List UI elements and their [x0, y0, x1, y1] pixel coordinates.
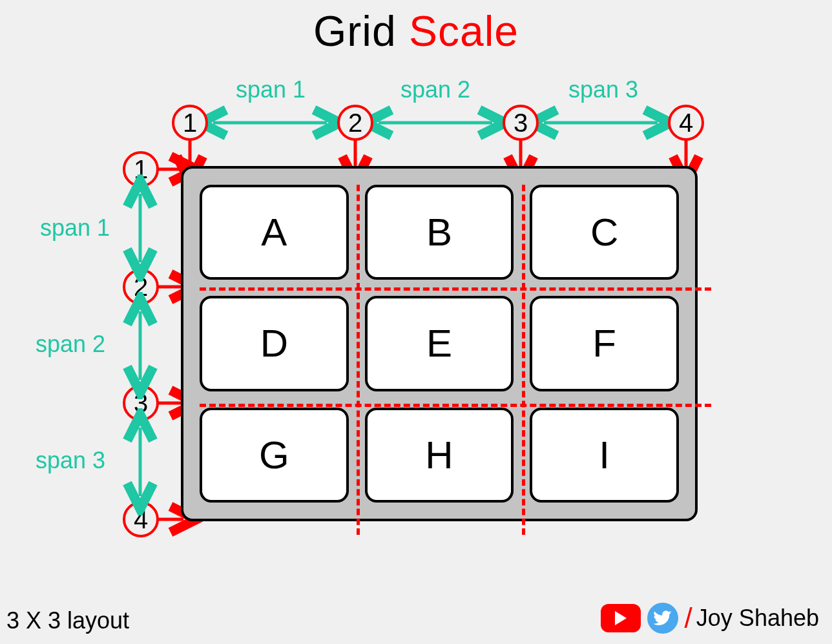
row-span-label-1: span 1 [40, 214, 110, 242]
row-span-arrow-2 [134, 306, 147, 385]
grid-cell-h: H [365, 408, 514, 503]
row-line-number-3: 3 [123, 385, 159, 421]
diagram-canvas: Grid Scale span 1 span 2 span 3 1 2 3 4 … [0, 0, 832, 644]
page-title: Grid Scale [0, 6, 832, 56]
title-word-1: Grid [313, 7, 397, 55]
twitter-icon [647, 603, 678, 634]
col-line-number-1: 1 [172, 105, 208, 141]
youtube-icon [601, 604, 641, 632]
grid-cell-e: E [365, 296, 514, 391]
grid-cell-d: D [200, 296, 349, 391]
col-span-arrow-1 [207, 116, 333, 129]
grid-cell-f: F [530, 296, 679, 391]
col-span-arrow-2 [372, 116, 499, 129]
row-span-label-3: span 3 [36, 447, 105, 474]
grid-cell-i: I [530, 408, 679, 503]
col-span-label-3: span 3 [568, 76, 638, 103]
row-span-label-2: span 2 [36, 331, 105, 358]
col-span-label-1: span 1 [236, 76, 306, 103]
col-line-number-3: 3 [503, 105, 539, 141]
col-line-number-4: 4 [668, 105, 704, 141]
row-line-number-1: 1 [123, 151, 159, 187]
row-line-number-2: 2 [123, 269, 159, 305]
col-line-number-2: 2 [337, 105, 373, 141]
row-span-arrow-1 [134, 189, 147, 267]
grid-cell-a: A [200, 185, 349, 280]
grid-cell-g: G [200, 408, 349, 503]
layout-caption: 3 X 3 layout [6, 607, 129, 634]
row-line-number-4: 4 [123, 501, 159, 537]
slash-separator: / [685, 602, 692, 634]
col-span-arrow-3 [537, 116, 664, 129]
title-word-2: Scale [409, 7, 519, 55]
grid-cells: A B C D E F G H I [200, 185, 679, 503]
col-span-label-2: span 2 [400, 76, 470, 103]
author-name: Joy Shaheb [696, 605, 819, 632]
grid-container: A B C D E F G H I [181, 166, 698, 521]
grid-cell-b: B [365, 185, 514, 280]
author-credit: / Joy Shaheb [601, 602, 819, 634]
grid-cell-c: C [530, 185, 679, 280]
row-span-arrow-3 [134, 422, 147, 501]
